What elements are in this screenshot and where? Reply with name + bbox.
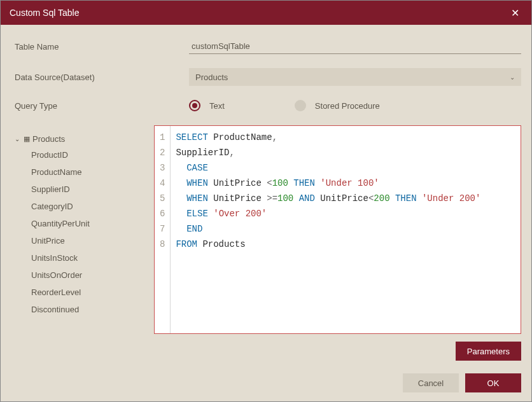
code-line: WHEN UnitPrice >=100 AND UnitPrice<200 T… — [176, 191, 480, 206]
table-name-input[interactable] — [192, 41, 519, 51]
middle-panel: ⌄ ▦ Products ProductIDProductNameSupplie… — [11, 125, 521, 334]
tree-children: ProductIDProductNameSupplierIDCategoryID… — [13, 146, 154, 318]
row-table-name: Table Name — [11, 39, 521, 54]
line-number: 2 — [160, 145, 165, 160]
line-number: 7 — [160, 221, 165, 237]
radio-text-label: Text — [209, 101, 225, 111]
tree-field[interactable]: SupplierID — [31, 181, 154, 198]
line-number: 8 — [160, 237, 165, 252]
radio-icon — [295, 100, 306, 111]
tree-field-label: ProductID — [31, 150, 68, 160]
fields-tree: ⌄ ▦ Products ProductIDProductNameSupplie… — [11, 125, 154, 334]
dialog-footer: Cancel OK — [1, 370, 531, 401]
sql-editor[interactable]: 12345678 SELECT ProductName,SupplierID, … — [154, 125, 521, 334]
chevron-down-icon: ⌄ — [510, 74, 515, 81]
radio-text[interactable]: Text — [189, 100, 225, 111]
tree-field[interactable]: QuantityPerUnit — [31, 215, 154, 232]
tree-field-label: CategoryID — [31, 202, 73, 211]
close-icon[interactable]: ✕ — [507, 7, 522, 19]
code-line: END — [176, 221, 480, 237]
code-line: SupplierID, — [176, 145, 480, 160]
tree-field[interactable]: UnitsInStock — [31, 249, 154, 267]
code-line: SELECT ProductName, — [176, 130, 480, 145]
tree-field[interactable]: Discontinued — [31, 301, 154, 318]
table-icon: ▦ — [24, 135, 30, 143]
label-query-type: Query Type — [11, 101, 189, 111]
ok-button[interactable]: OK — [465, 373, 521, 392]
tree-field[interactable]: UnitsOnOrder — [31, 267, 154, 284]
tree-field[interactable]: ProductID — [31, 146, 154, 163]
table-name-input-wrap — [189, 39, 521, 54]
label-data-source: Data Source(Dataset) — [11, 73, 189, 82]
code-line: CASE — [176, 160, 480, 176]
data-source-select[interactable]: Products ⌄ — [189, 68, 521, 86]
tree-field-label: UnitsInStock — [31, 253, 78, 263]
data-source-select-wrap: Products ⌄ — [189, 68, 521, 86]
tree-field[interactable]: UnitPrice — [31, 232, 154, 249]
chevron-down-icon: ⌄ — [13, 135, 21, 142]
code-area[interactable]: SELECT ProductName,SupplierID, CASE WHEN… — [171, 126, 486, 333]
dialog-content: Table Name Data Source(Dataset) Products… — [1, 25, 531, 370]
data-source-value: Products — [195, 73, 228, 82]
line-number: 6 — [160, 206, 165, 221]
tree-root-products[interactable]: ⌄ ▦ Products — [13, 132, 154, 146]
tree-field-label: Discontinued — [31, 305, 79, 314]
code-line: ELSE 'Over 200' — [176, 206, 480, 221]
tree-field-label: QuantityPerUnit — [31, 219, 90, 228]
cancel-button[interactable]: Cancel — [403, 373, 459, 392]
tree-field-label: UnitsOnOrder — [31, 270, 82, 280]
row-query-type: Query Type Text Stored Procedure — [11, 100, 521, 111]
tree-field-label: UnitPrice — [31, 236, 65, 246]
titlebar: Custom Sql Table ✕ — [1, 1, 531, 25]
code-line: FROM Products — [176, 237, 480, 252]
radio-icon — [189, 100, 200, 111]
query-type-radio-group: Text Stored Procedure — [189, 100, 521, 111]
tree-field[interactable]: CategoryID — [31, 198, 154, 215]
dialog-title: Custom Sql Table — [10, 8, 79, 18]
tree-root-label: Products — [32, 134, 65, 144]
line-number: 3 — [160, 160, 165, 176]
line-number: 1 — [160, 130, 165, 145]
tree-field-label: ReorderLevel — [31, 288, 81, 297]
tree-field-label: SupplierID — [31, 184, 70, 194]
radio-sp-label: Stored Procedure — [315, 101, 380, 111]
parameters-button[interactable]: Parameters — [456, 342, 521, 361]
code-line: WHEN UnitPrice <100 THEN 'Under 100' — [176, 176, 480, 191]
tree-field-label: ProductName — [31, 167, 81, 177]
label-table-name: Table Name — [11, 42, 189, 52]
row-data-source: Data Source(Dataset) Products ⌄ — [11, 68, 521, 86]
params-row: Parameters — [11, 334, 521, 361]
radio-stored-procedure[interactable]: Stored Procedure — [295, 100, 380, 111]
line-number: 4 — [160, 176, 165, 191]
dialog-window: Custom Sql Table ✕ Table Name Data Sourc… — [0, 0, 532, 402]
tree-field[interactable]: ProductName — [31, 163, 154, 181]
line-number: 5 — [160, 191, 165, 206]
line-gutter: 12345678 — [155, 126, 171, 333]
tree-field[interactable]: ReorderLevel — [31, 284, 154, 301]
